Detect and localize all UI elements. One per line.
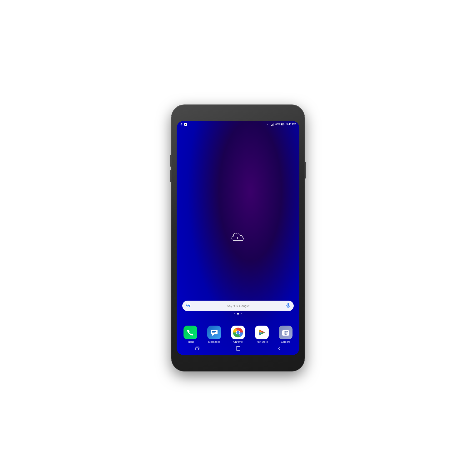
phone-app-label: Phone <box>187 340 194 343</box>
status-bar: ✕ N 60% <box>177 121 299 128</box>
microphone-icon[interactable] <box>286 303 290 309</box>
power-button[interactable] <box>305 162 306 178</box>
page-dot-2 <box>237 313 239 315</box>
svg-rect-16 <box>211 330 218 334</box>
page-dot-1 <box>234 313 235 314</box>
app-dock: Phone Messages <box>177 325 299 343</box>
status-right-icons: N 60% <box>267 123 296 126</box>
svg-rect-3 <box>271 125 272 126</box>
svg-marker-17 <box>212 334 214 336</box>
svg-rect-18 <box>212 331 216 332</box>
messages-app-icon[interactable] <box>207 325 221 340</box>
phone-app[interactable]: Phone <box>181 325 200 343</box>
cloud-upload-icon: + <box>230 232 246 243</box>
google-logo <box>186 303 191 309</box>
google-search-bar[interactable]: Say "Ok Google" <box>182 301 294 311</box>
search-placeholder: Say "Ok Google" <box>193 304 284 308</box>
nfc-icon: N <box>267 123 270 125</box>
volume-down-button[interactable] <box>170 170 171 182</box>
wifi-icon <box>180 123 183 126</box>
phone-app-icon[interactable] <box>184 325 197 340</box>
battery-indicator: 60% <box>275 123 284 126</box>
svg-rect-8 <box>284 124 284 125</box>
home-button[interactable] <box>236 346 241 352</box>
battery-icon <box>281 123 284 125</box>
svg-point-22 <box>237 331 240 334</box>
status-left-icons: ✕ <box>180 123 187 126</box>
play-store-app[interactable]: Play Store <box>252 325 271 343</box>
play-store-app-label: Play Store <box>256 340 268 343</box>
chrome-app[interactable]: Chrome <box>228 325 248 343</box>
svg-rect-35 <box>236 346 240 350</box>
notification-x-icon: ✕ <box>184 123 187 126</box>
chrome-app-label: Chrome <box>233 340 242 343</box>
svg-point-32 <box>287 331 288 332</box>
battery-percent: 60% <box>275 123 280 126</box>
svg-rect-19 <box>212 333 215 333</box>
svg-rect-4 <box>272 124 273 126</box>
messages-app-label: Messages <box>208 340 220 343</box>
svg-text:N: N <box>267 123 268 125</box>
svg-text:+: + <box>236 236 239 240</box>
page-dot-3 <box>241 313 242 314</box>
phone-device: ✕ N 60% <box>171 105 305 371</box>
svg-point-12 <box>187 305 189 306</box>
page-indicators <box>234 313 242 315</box>
navigation-bar <box>177 345 299 353</box>
svg-rect-33 <box>195 348 199 350</box>
svg-rect-34 <box>196 347 199 349</box>
svg-rect-6 <box>274 123 274 126</box>
svg-text:✕: ✕ <box>185 123 187 126</box>
phone-screen: ✕ N 60% <box>177 121 299 355</box>
svg-rect-9 <box>281 123 283 125</box>
recent-apps-button[interactable] <box>195 346 200 352</box>
camera-app[interactable]: Camera <box>276 325 295 343</box>
messages-app[interactable]: Messages <box>205 325 224 343</box>
play-store-app-icon[interactable] <box>255 325 269 340</box>
svg-point-31 <box>285 332 287 334</box>
phone-body: ✕ N 60% <box>171 105 305 371</box>
clock-time: 3:45 PM <box>286 123 296 126</box>
camera-app-label: Camera <box>281 340 290 343</box>
svg-rect-5 <box>273 123 273 126</box>
signal-icon <box>271 123 274 126</box>
chrome-app-icon[interactable] <box>231 325 245 340</box>
volume-up-button[interactable] <box>170 155 171 167</box>
camera-app-icon[interactable] <box>279 325 292 340</box>
back-button[interactable] <box>276 346 281 352</box>
svg-rect-13 <box>288 303 289 306</box>
